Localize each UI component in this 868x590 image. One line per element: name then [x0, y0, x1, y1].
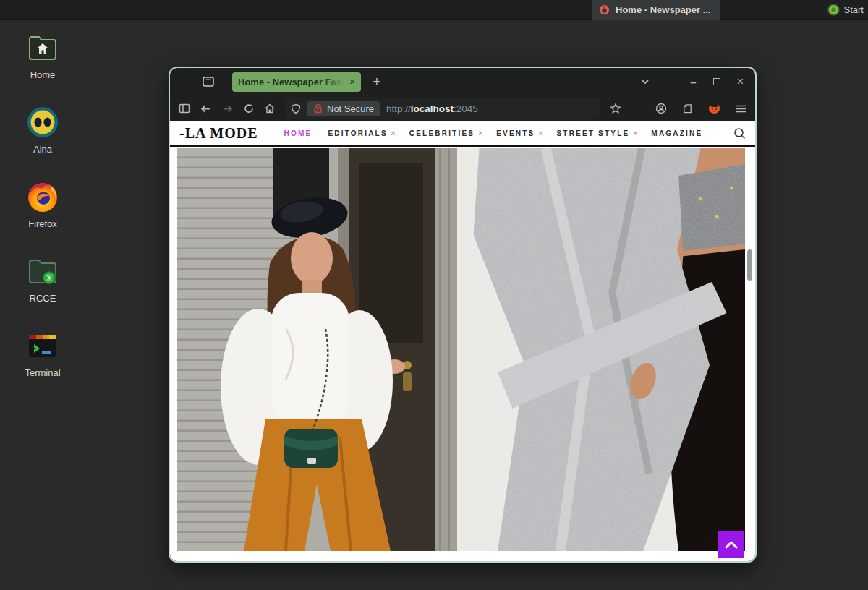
firefox-window: Home - Newspaper Fash × + – × [169, 67, 757, 563]
back-button[interactable] [200, 103, 212, 115]
home-button[interactable] [264, 103, 276, 114]
desktop-icon-rcce[interactable]: ✳ RCCE [13, 254, 72, 304]
start-orb-icon [827, 4, 840, 16]
page-content: -LA MODE HOME EDITORIALS× CELEBRITIES× E… [170, 121, 755, 561]
hamburger-menu-icon[interactable] [736, 104, 746, 114]
nav-item-editorials[interactable]: EDITORIALS× [328, 129, 396, 137]
start-label: Start [844, 4, 864, 15]
minimize-button[interactable]: – [690, 76, 696, 88]
account-icon[interactable] [655, 103, 667, 114]
site-logo[interactable]: -LA MODE [179, 125, 258, 142]
system-top-bar: Home - Newspaper ... Start [0, 0, 868, 20]
window-controls: – × [640, 68, 744, 95]
url-port: :2045 [454, 103, 478, 114]
desktop-icon-column: Home Aina Firefox [13, 30, 72, 378]
tab-title: Home - Newspaper Fash [238, 77, 346, 87]
svg-text:✳: ✳ [46, 273, 54, 283]
url-host: localhost [411, 103, 454, 114]
extensions-icon[interactable] [682, 103, 693, 114]
not-secure-chip[interactable]: Not Secure [307, 101, 380, 116]
hero-photo-row [177, 148, 745, 551]
bookmark-star-icon[interactable] [610, 103, 621, 114]
page-scrollbar-thumb[interactable] [747, 249, 752, 281]
reload-button[interactable] [243, 103, 255, 114]
nav-item-events[interactable]: EVENTS× [496, 129, 544, 137]
firefox-icon [25, 179, 60, 214]
chevron-up-icon [725, 540, 738, 549]
firefox-view-icon[interactable] [202, 75, 215, 88]
tab-strip: Home - Newspaper Fash × + – × [170, 68, 755, 95]
tab-close-icon[interactable]: × [349, 77, 355, 87]
desktop-icon-label: RCCE [30, 293, 56, 304]
desktop-icon-label: Aina [33, 144, 52, 155]
not-secure-label: Not Secure [327, 103, 374, 114]
url-scheme: http:// [386, 103, 411, 114]
navigation-toolbar: Not Secure http://localhost:2045 [170, 95, 755, 121]
site-nav: HOME EDITORIALS× CELEBRITIES× EVENTS× ST… [284, 129, 707, 137]
fashion-photo-right[interactable] [457, 148, 745, 551]
nav-x-mark: × [633, 129, 639, 137]
window-close-button[interactable]: × [737, 75, 744, 88]
forward-button[interactable] [221, 103, 234, 115]
fox-extension-icon[interactable] [708, 103, 720, 114]
taskbar-window-title: Home - Newspaper ... [616, 4, 710, 15]
sidebar-toggle-icon[interactable] [179, 103, 190, 114]
broken-lock-icon [313, 103, 323, 114]
nav-x-mark: × [391, 129, 397, 137]
nav-item-celebrities[interactable]: CELEBRITIES× [409, 129, 484, 137]
toolbar-right-icons [610, 103, 746, 114]
desktop-icon-aina[interactable]: Aina [13, 105, 72, 155]
shield-icon[interactable] [291, 103, 301, 114]
url-text: http://localhost:2045 [386, 103, 478, 114]
browser-tab-active[interactable]: Home - Newspaper Fash × [232, 72, 361, 92]
nav-item-home[interactable]: HOME [284, 129, 316, 137]
desktop-icon-label: Home [30, 69, 56, 80]
nav-item-street-style[interactable]: STREET STYLE× [556, 129, 639, 137]
nav-x-mark: × [478, 129, 484, 137]
scroll-to-top-button[interactable] [718, 531, 744, 558]
firefox-taskbar-icon [599, 4, 610, 15]
desktop-icon-terminal[interactable]: Terminal [13, 328, 72, 378]
nav-x-mark: × [538, 129, 544, 137]
taskbar-window-button[interactable]: Home - Newspaper ... [592, 0, 720, 20]
desktop-icon-firefox[interactable]: Firefox [13, 179, 72, 229]
terminal-icon [25, 328, 60, 363]
aina-face-icon [25, 105, 60, 140]
search-icon[interactable] [733, 127, 746, 140]
tab-list-chevron-down-icon[interactable] [640, 77, 650, 87]
desktop-icon-label: Firefox [28, 218, 57, 229]
desktop-icon-label: Terminal [25, 367, 60, 378]
nav-item-magazine[interactable]: MAGAZINE [651, 129, 706, 137]
url-bar[interactable]: Not Secure http://localhost:2045 [285, 98, 600, 119]
maximize-button[interactable] [713, 78, 720, 85]
site-header: -LA MODE HOME EDITORIALS× CELEBRITIES× E… [170, 121, 755, 147]
home-folder-icon [25, 30, 60, 65]
new-tab-button[interactable]: + [373, 74, 380, 90]
start-button[interactable]: Start [827, 0, 864, 20]
desktop-icon-home[interactable]: Home [13, 30, 72, 80]
rcce-folder-icon: ✳ [25, 254, 60, 288]
fashion-photo-left[interactable] [177, 148, 457, 551]
